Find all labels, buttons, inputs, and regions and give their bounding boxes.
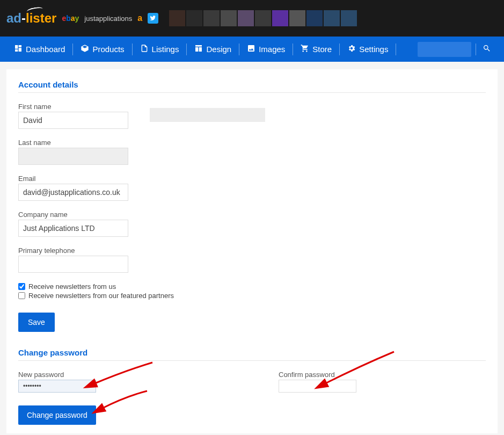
- new-password-label: New password: [18, 371, 96, 379]
- nav-search-input[interactable]: [418, 42, 471, 57]
- gear-icon: [347, 44, 356, 54]
- color-swatches: [169, 10, 357, 26]
- email-input[interactable]: [18, 184, 128, 201]
- nav-store[interactable]: Store: [293, 37, 339, 62]
- swatch: [272, 10, 288, 26]
- new-password-input[interactable]: [18, 380, 96, 393]
- nav-label: Settings: [359, 45, 388, 54]
- checkbox-label: Receive newsletters from our featured pa…: [28, 292, 174, 300]
- swatch: [324, 10, 340, 26]
- phone-input[interactable]: [18, 256, 128, 273]
- swatch: [221, 10, 237, 26]
- logo-part1: ad: [6, 11, 21, 26]
- nav-design[interactable]: Design: [187, 37, 239, 62]
- redacted-patch: [150, 108, 265, 122]
- field-email: Email: [18, 175, 486, 201]
- checkbox-label: Receive newsletters from us: [28, 282, 116, 291]
- company-label: Company name: [18, 211, 486, 219]
- newsletter-us-checkbox[interactable]: [18, 283, 25, 290]
- swatch: [289, 10, 305, 26]
- swatch: [203, 10, 220, 26]
- field-phone: Primary telephone: [18, 247, 486, 273]
- checkbox-newsletter-us[interactable]: Receive newsletters from us: [18, 282, 486, 291]
- section-change-password: Change password: [18, 348, 486, 361]
- dashboard-icon: [14, 44, 23, 54]
- email-label: Email: [18, 175, 486, 183]
- confirm-password-input[interactable]: [279, 380, 356, 393]
- password-row: New password Confirm password: [18, 371, 486, 393]
- nav-search-button[interactable]: [476, 37, 498, 62]
- nav-separator: [396, 44, 396, 55]
- nav-settings[interactable]: Settings: [340, 37, 396, 62]
- field-confirm-password: Confirm password: [279, 371, 356, 393]
- swatch: [169, 10, 185, 26]
- design-icon: [194, 44, 203, 54]
- section-account-details: Account details: [18, 80, 486, 93]
- field-company: Company name: [18, 211, 486, 237]
- nav-label: Design: [206, 45, 231, 54]
- images-icon: [247, 44, 255, 54]
- nav-label: Products: [92, 45, 124, 54]
- nav-label: Listings: [152, 45, 179, 54]
- field-last-name: Last name: [18, 139, 486, 165]
- nav-label: Dashboard: [26, 45, 65, 54]
- field-new-password: New password: [18, 371, 96, 393]
- nav-dashboard[interactable]: Dashboard: [6, 37, 72, 62]
- swatch: [306, 10, 323, 26]
- nav-label: Images: [259, 45, 285, 54]
- logo-dash: -: [21, 11, 26, 26]
- company-input[interactable]: [18, 220, 128, 237]
- nav-listings[interactable]: Listings: [133, 37, 187, 62]
- change-password-button[interactable]: Change password: [18, 405, 96, 425]
- field-first-name: First name: [18, 103, 486, 129]
- logo-adlister[interactable]: ad - lister: [6, 11, 56, 26]
- save-button[interactable]: Save: [18, 313, 55, 332]
- topbar: ad - lister ebay justapplications a: [0, 0, 504, 37]
- nav-label: Store: [312, 45, 332, 54]
- justapplications-link[interactable]: justapplications: [84, 15, 132, 23]
- ebay-logo[interactable]: ebay: [62, 14, 79, 23]
- annotation-arrow: [93, 388, 152, 417]
- swatch: [238, 10, 254, 26]
- store-icon: [301, 44, 309, 54]
- nav-products[interactable]: Products: [73, 37, 132, 62]
- twitter-icon[interactable]: [148, 13, 158, 24]
- swatch: [186, 10, 202, 26]
- confirm-password-label: Confirm password: [279, 371, 356, 379]
- amazon-icon[interactable]: a: [137, 13, 142, 23]
- last-name-label: Last name: [18, 139, 486, 147]
- products-icon: [81, 44, 89, 54]
- search-icon: [483, 44, 491, 54]
- checkbox-newsletter-partners[interactable]: Receive newsletters from our featured pa…: [18, 292, 486, 300]
- last-name-input[interactable]: [18, 148, 128, 165]
- swatch: [255, 10, 271, 26]
- listings-icon: [140, 44, 149, 54]
- first-name-input[interactable]: [18, 112, 128, 129]
- swatch: [341, 10, 357, 26]
- navbar: Dashboard Products Listings Design Image…: [0, 37, 504, 62]
- phone-label: Primary telephone: [18, 247, 486, 255]
- page-content: Account details First name Last name Ema…: [6, 69, 498, 433]
- nav-images[interactable]: Images: [239, 37, 293, 62]
- newsletter-partners-checkbox[interactable]: [18, 292, 25, 299]
